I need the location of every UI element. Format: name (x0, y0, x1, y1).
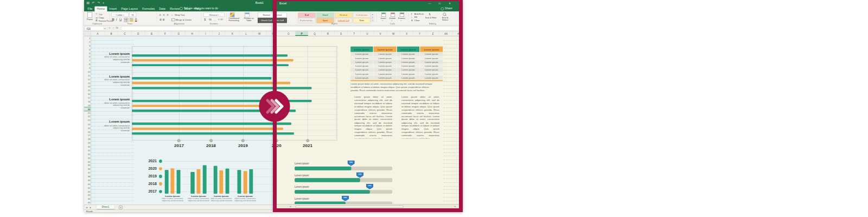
style-chip-check-cell[interactable]: Check Cell (277, 18, 287, 23)
column-header-R[interactable]: R (322, 31, 335, 36)
column-header-D[interactable]: D (132, 31, 145, 36)
chevron-down-icon[interactable]: ▾ (105, 27, 106, 29)
scrollbar-thumb[interactable] (295, 206, 404, 208)
row-header-31[interactable]: 31 (84, 149, 91, 152)
tell-me-box[interactable]: Tell me what you want to do (184, 7, 218, 10)
column-header-I[interactable]: I (199, 31, 213, 36)
row-header-18[interactable]: 18 (84, 100, 91, 104)
row-header-14[interactable]: 14 (84, 85, 91, 89)
row-header-20[interactable]: 20 (84, 107, 91, 111)
scroll-right-icon[interactable]: ▸ (455, 205, 456, 208)
share-button[interactable]: Share (445, 7, 452, 10)
row-header-12[interactable]: 12 (84, 78, 91, 81)
row-header-44[interactable]: 44 (84, 197, 91, 201)
italic-button[interactable]: I (116, 17, 117, 21)
row-header-5[interactable]: 5 (84, 52, 91, 55)
merge-center-button[interactable]: Merge & Center (176, 18, 192, 21)
number-format-select[interactable]: General ▾ (203, 12, 225, 17)
clear-button[interactable]: ⊗Clear (411, 19, 426, 22)
column-header-G[interactable]: G (172, 31, 186, 36)
style-chip-check-cell[interactable]: Check Cell (258, 18, 273, 23)
paste-button[interactable]: Paste (85, 12, 94, 22)
gallery-scroll-up-icon[interactable]: ▴ (371, 12, 374, 15)
column-header-X[interactable]: X (400, 31, 413, 36)
gallery-more-icon[interactable]: ≡ (371, 19, 374, 22)
row-header-17[interactable]: 17 (84, 96, 91, 100)
sheet-nav-left-icon[interactable]: ◂ (86, 206, 87, 209)
gantt-chart[interactable]: 20172018201920202021Lorem ipsumdolor sit… (104, 42, 273, 150)
font-name-select[interactable]: Calibri ▾ (111, 12, 129, 17)
align-bottom-icon[interactable]: ≡ (167, 13, 169, 16)
gallery-scroll-down-icon[interactable]: ▾ (371, 16, 374, 18)
yearly-column-chart[interactable]: 20212020201920182017Lorem ipsumdolor sit… (277, 157, 279, 204)
close-icon[interactable]: × (449, 2, 451, 5)
row-header-25[interactable]: 25 (84, 126, 91, 130)
tab-home[interactable]: Home (94, 7, 107, 11)
row-header-43[interactable]: 43 (84, 193, 91, 197)
row-header-21[interactable]: 21 (84, 111, 91, 115)
font-size-select[interactable]: 11 (129, 12, 136, 17)
row-header-32[interactable]: 32 (84, 152, 91, 156)
tab-insert[interactable]: Insert (107, 7, 119, 11)
style-chip-bad[interactable]: Bad (298, 12, 316, 18)
tab-formulas[interactable]: Formulas (140, 7, 157, 11)
format-button[interactable]: Format▾ (398, 12, 406, 23)
row-header-7[interactable]: 7 (84, 59, 91, 62)
row-header-8[interactable]: 8 (84, 62, 91, 66)
sort-filter-button[interactable]: Sort & Filter (425, 16, 437, 18)
column-header-J[interactable]: J (213, 31, 226, 36)
column-header-S[interactable]: S (335, 31, 348, 36)
row-header-19[interactable]: 19 (84, 104, 91, 107)
formula-input[interactable] (277, 26, 459, 30)
column-header-B[interactable]: B (105, 31, 118, 36)
style-chip-normal[interactable]: Normal (258, 12, 273, 17)
column-header-T[interactable]: T (348, 31, 361, 36)
decimal-icons[interactable]: .0 .00 (218, 18, 222, 21)
row-header-35[interactable]: 35 (84, 163, 91, 167)
delete-button[interactable]: Delete▾ (388, 12, 397, 23)
column-header-M[interactable]: M (253, 31, 266, 36)
row-header-37[interactable]: 37 (84, 171, 91, 175)
row-header-26[interactable]: 26 (84, 130, 91, 133)
column-header-V[interactable]: V (374, 31, 387, 36)
row-header-9[interactable]: 9 (84, 66, 91, 70)
style-chip-good[interactable]: Good (316, 12, 334, 18)
column-header-L[interactable]: L (239, 31, 253, 36)
style-chip-note[interactable]: Note (353, 18, 371, 23)
conditional-formatting-button[interactable]: Conditional Formatting (227, 17, 242, 22)
column-header-E[interactable]: E (145, 31, 158, 36)
column-header-Y[interactable]: Y (413, 31, 426, 36)
column-header-P[interactable]: P (295, 31, 308, 36)
column-header-W[interactable]: W (387, 31, 400, 36)
qat-customize-icon[interactable]: ▾ (103, 2, 104, 4)
row-header-38[interactable]: 38 (84, 175, 91, 178)
sheet-tab-sheet1[interactable]: Sheet1 (97, 205, 115, 209)
row-header-6[interactable]: 6 (84, 55, 91, 59)
undo-icon[interactable]: ↶ (92, 1, 94, 4)
row-header-16[interactable]: 16 (84, 92, 91, 96)
row-header-10[interactable]: 10 (84, 70, 91, 74)
currency-icon[interactable]: $ (204, 18, 206, 21)
row-header-11[interactable]: 11 (84, 74, 91, 78)
row-header-36[interactable]: 36 (84, 167, 91, 171)
column-header-AB[interactable]: AB (452, 31, 459, 36)
row-header-4[interactable]: 4 (84, 48, 91, 52)
find-select-button[interactable]: Find & Select (439, 16, 451, 21)
column-header-K[interactable]: K (226, 31, 239, 36)
progress-chart[interactable]: Lorem ipsumLorem ipsumLorem ipsumLorem i… (292, 158, 395, 204)
column-header-O[interactable]: O (282, 31, 295, 36)
row-header-2[interactable]: 2 (84, 40, 91, 44)
enter-icon[interactable]: ✓ (112, 27, 114, 30)
borders-icon[interactable] (124, 18, 129, 22)
fx-icon[interactable]: fx (116, 27, 118, 30)
autosum-button[interactable]: ΣAutoSum (411, 12, 426, 16)
row-header-33[interactable]: 33 (84, 156, 91, 159)
style-chip-neutral[interactable]: Neutral (335, 12, 353, 18)
scroll-left-icon[interactable]: ◂ (290, 205, 291, 208)
row-header-29[interactable]: 29 (84, 141, 91, 145)
sheet-nav-right-icon[interactable]: ▸ (90, 206, 91, 209)
bold-button[interactable]: B (112, 17, 114, 21)
row-header-30[interactable]: 30 (84, 145, 91, 149)
row-header-27[interactable]: 27 (84, 133, 91, 137)
row-header-22[interactable]: 22 (84, 115, 91, 119)
